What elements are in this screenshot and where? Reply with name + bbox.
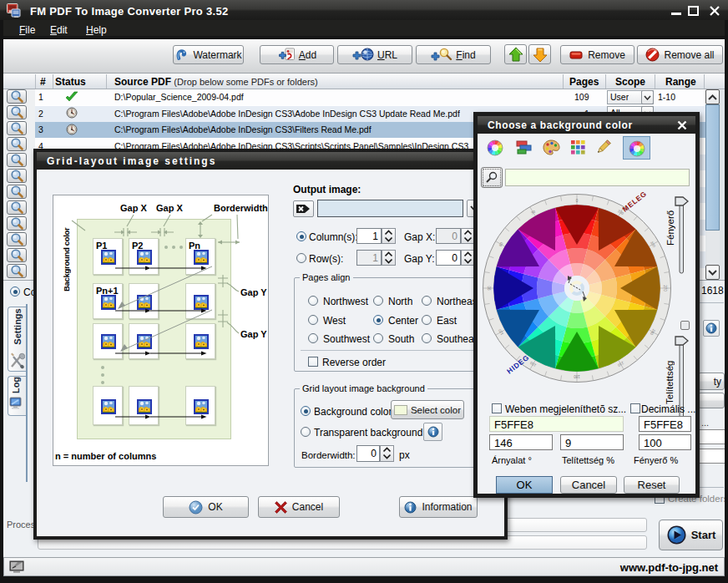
svg-text:90: 90 xyxy=(488,286,492,291)
svg-text:270: 270 xyxy=(663,285,667,292)
svg-text:180: 180 xyxy=(574,374,580,378)
